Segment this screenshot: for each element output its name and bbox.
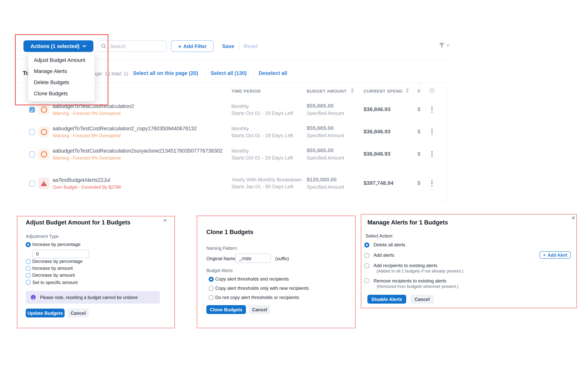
radio-label[interactable]: Decrease by amount	[32, 272, 75, 278]
time-period-detail: Starts Oct 01 - 19 Days Left	[231, 155, 293, 161]
budget-name[interactable]: aabudgetToTestCostRecalculation2	[53, 104, 134, 109]
forecast-value-clipped: $	[417, 106, 420, 112]
cancel-button[interactable]: Cancel	[68, 308, 89, 318]
warning-ring-icon	[40, 151, 47, 158]
time-period-type: Monthly	[231, 126, 249, 132]
radio-copy-thresholds-recipients[interactable]	[209, 276, 214, 282]
clone-budgets-button[interactable]: Clone Budgets	[206, 305, 246, 314]
row-checkbox[interactable]	[29, 180, 35, 186]
radio-add-alerts[interactable]	[364, 253, 369, 258]
manage-modal-title: Manage Alerts for 1 Budgets	[368, 219, 448, 226]
budget-warning-status-icon	[38, 126, 50, 138]
reset-filter-link[interactable]: Reset	[244, 44, 258, 49]
table-row: aabudgetToTestCostRecalculation2 Warning…	[23, 98, 447, 121]
budget-name[interactable]: aaTestBudgetAlerts22Jul	[53, 177, 110, 183]
row-checkbox-checked[interactable]	[29, 107, 35, 112]
sort-icon[interactable]	[406, 88, 409, 92]
cancel-button[interactable]: Cancel	[249, 305, 270, 314]
deselect-all-link[interactable]: Deselect all	[259, 70, 287, 76]
radio-increase-by-percentage[interactable]	[26, 242, 31, 247]
budget-amount-type: Specified Amount	[307, 133, 344, 138]
search-box	[97, 40, 167, 52]
adjustment-type-label: Adjustment Type	[26, 234, 58, 239]
time-period-type: Yearly With Monthly Breakdown	[231, 177, 302, 182]
suffix-input[interactable]	[235, 254, 271, 263]
menu-item-manage-alerts[interactable]: Manage Alerts	[28, 66, 94, 77]
budget-name[interactable]: aabudgetToTestCostRecalculation2_copy176…	[53, 126, 197, 132]
table-right-border	[447, 83, 448, 202]
budget-status: Warning - Forecast 9% Overspend	[53, 156, 120, 160]
radio-label[interactable]: Delete all alerts	[374, 242, 405, 248]
forecast-value-clipped: $	[417, 151, 420, 157]
radio-label[interactable]: Increase by amount	[32, 266, 73, 271]
row-menu-kebab-icon[interactable]	[430, 106, 433, 114]
naming-pattern-label: Naming Pattern	[206, 246, 237, 250]
close-icon[interactable]	[571, 215, 576, 221]
column-header-budget-amount[interactable]: BUDGET AMOUNT	[307, 89, 347, 94]
menu-item-adjust-budget-amount[interactable]: Adjust Budget Amount	[28, 54, 94, 66]
disable-alerts-button[interactable]: Disable Alerts	[368, 295, 406, 304]
row-menu-kebab-icon[interactable]	[430, 128, 433, 136]
radio-label[interactable]: Copy alert thresholds and recipients	[215, 276, 289, 282]
add-alert-button[interactable]: Add Alert	[540, 251, 571, 259]
column-header-current-spend[interactable]: CURRENT SPEND	[364, 89, 402, 94]
budget-amount-value: $120,000.00	[307, 176, 337, 182]
radio-decrease-by-amount[interactable]	[26, 273, 31, 278]
radio-label[interactable]: Remove recipients to existing alerts	[374, 278, 446, 284]
budget-name[interactable]: aabudgetToTestCostRecalculation2suryaclo…	[53, 148, 222, 154]
row-checkbox[interactable]	[29, 129, 35, 135]
save-filter-link[interactable]: Save	[222, 44, 234, 49]
radio-delete-all-alerts[interactable]	[364, 242, 369, 247]
add-filter-button[interactable]: Add Filter	[171, 40, 214, 52]
radio-label[interactable]: Set to specific amount	[32, 280, 78, 285]
radio-label[interactable]: Add alerts	[374, 252, 394, 258]
radio-label[interactable]: Add recipients to existing alerts	[374, 263, 437, 268]
radio-add-recipients[interactable]	[364, 263, 369, 268]
radio-do-not-copy[interactable]	[209, 295, 214, 300]
cancel-button[interactable]: Cancel	[410, 295, 434, 304]
radio-copy-thresholds-new-recipients[interactable]	[209, 286, 214, 291]
chevron-down-icon	[446, 44, 450, 46]
toolbar-divider	[239, 42, 240, 50]
budget-status: Warning - Forecast 9% Overspend	[53, 133, 120, 138]
radio-increase-by-amount[interactable]	[26, 266, 31, 271]
row-menu-kebab-icon[interactable]	[430, 180, 433, 187]
budget-amount-value: $55,665.00	[307, 125, 334, 131]
time-period-detail: Starts Oct 01 - 19 Days Left	[231, 132, 293, 138]
time-period-detail: Starts Jan 01 - 80 Days Left	[231, 184, 293, 190]
radio-label[interactable]: Decrease by percentage	[32, 259, 83, 264]
reset-warning-banner: Please note, resetting a budget cannot b…	[26, 291, 160, 304]
percentage-input[interactable]	[32, 250, 89, 258]
update-budgets-button[interactable]: Update Budgets	[26, 308, 64, 318]
radio-label[interactable]: Copy alert thresholds only with new reci…	[215, 286, 309, 291]
budget-alerts-label: Budget Alerts	[206, 268, 233, 273]
filter-menu-button[interactable]	[439, 43, 450, 48]
actions-dropdown-label: Actions (1 selected)	[30, 43, 79, 49]
gear-icon[interactable]	[429, 86, 435, 95]
actions-dropdown-button[interactable]: Actions (1 selected)	[24, 40, 94, 52]
search-input[interactable]	[109, 43, 161, 50]
time-period-detail: Starts Oct 01 - 19 Days Left	[231, 110, 293, 116]
column-header-forecast-clipped: F	[418, 89, 420, 94]
add-filter-label: Add Filter	[183, 43, 206, 49]
radio-label[interactable]: Do not copy alert thresholds or recipien…	[215, 295, 299, 300]
close-icon[interactable]	[163, 218, 167, 223]
menu-item-delete-budgets[interactable]: Delete Budgets	[28, 77, 94, 88]
row-menu-kebab-icon[interactable]	[430, 150, 433, 158]
column-header-time-period[interactable]: TIME PERIOD	[231, 89, 261, 94]
row-checkbox[interactable]	[29, 151, 35, 157]
radio-remove-recipients[interactable]	[364, 278, 369, 283]
sort-icon[interactable]	[351, 88, 354, 92]
radio-decrease-by-percentage[interactable]	[26, 259, 31, 264]
page-count-fragment: page: 1 | total: 1)	[91, 71, 128, 76]
filter-funnel-icon	[439, 43, 445, 48]
radio-label[interactable]: Increase by percentage	[32, 242, 80, 247]
radio-set-to-specific-amount[interactable]	[26, 280, 31, 285]
warning-ring-icon	[40, 106, 47, 113]
selection-divider	[253, 71, 254, 76]
select-all-link[interactable]: Select all (130)	[210, 70, 247, 76]
menu-item-clone-budgets[interactable]: Clone Budgets	[28, 88, 94, 99]
table-row: aaTestBudgetAlerts22Jul Over Budget - Ex…	[23, 165, 447, 202]
select-all-page-link[interactable]: Select all on this page (20)	[133, 70, 198, 76]
radio-note: (Added to all 1 budgets if not already p…	[377, 269, 463, 273]
